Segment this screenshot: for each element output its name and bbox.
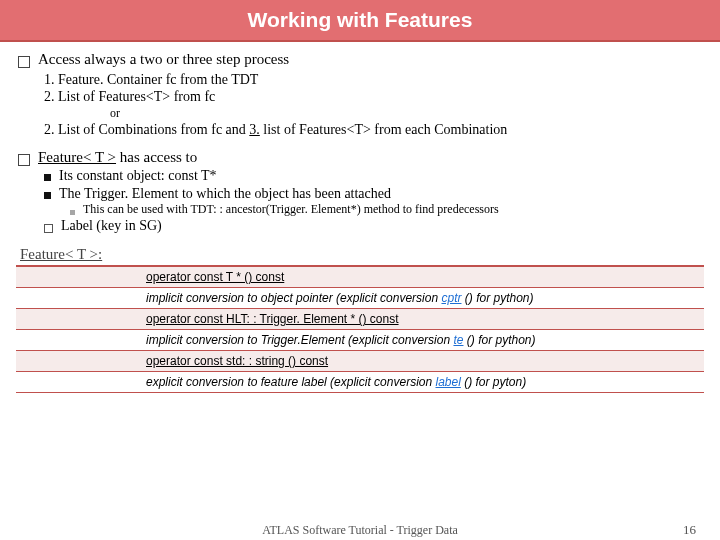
table-row: operator const std: : string () const [146,354,328,368]
bullet-1: Access always a two or three step proces… [38,50,289,69]
bullet-2-2-1: This can be used with TDT: : ancestor(Tr… [83,202,499,217]
dot-bullet-icon [70,210,75,215]
table-row: explicit conversion to feature label (ex… [16,372,704,393]
square-bullet-icon [44,192,51,199]
bullet-box-icon [18,154,30,166]
bullet-2-3: Label (key in SG) [61,217,162,235]
link-label[interactable]: label [435,375,460,389]
bullet-1-or: or [110,106,702,121]
table-row: operator const HLT: : Trigger. Element *… [146,312,399,326]
api-table: operator const T * () const implicit con… [16,265,704,393]
square-bullet-icon [44,174,51,181]
bullet-1-2: 2. List of Features<T> from fc [44,88,702,106]
link-cptr[interactable]: cptr [441,291,461,305]
link-te[interactable]: te [453,333,463,347]
bullet-2-1: Its constant object: const T* [59,167,217,185]
bullet-1-3: 2. List of Combinations from fc and 3. l… [44,121,702,139]
square-outline-bullet-icon [44,224,53,233]
table-row: operator const T * () const [146,270,284,284]
bullet-2: Feature< T > has access to [38,148,197,167]
slide-title: Working with Features [0,0,720,42]
bullet-1-1: 1. Feature. Container fc from the TDT [44,71,702,89]
table-row: implicit conversion to object pointer (e… [16,288,704,309]
bullet-2-2: The Trigger. Element to which the object… [59,185,391,203]
slide-body: Access always a two or three step proces… [0,42,720,263]
footer-center: ATLAS Software Tutorial - Trigger Data [0,523,720,538]
bullet-box-icon [18,56,30,68]
section-header: Feature< T >: [20,245,702,264]
page-number: 16 [683,522,696,538]
table-row: implicit conversion to Trigger.Element (… [16,330,704,351]
